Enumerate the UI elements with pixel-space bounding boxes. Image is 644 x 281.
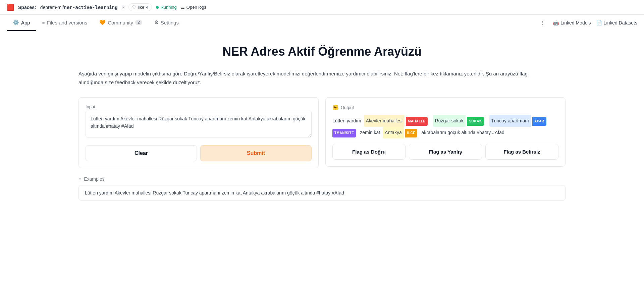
flag-belirsiz-button[interactable]: Flag as Belirsiz: [485, 144, 558, 160]
input-panel: Input Clear Submit: [78, 97, 319, 168]
org-label: deprem-ml/ner-active-learning: [40, 5, 118, 10]
nav-right: ⋮ 🤖 Linked Models 📄 Linked Datasets: [538, 19, 637, 27]
spaces-icon: 🟥: [7, 4, 14, 11]
green-dot: [156, 6, 159, 9]
status-badge: Running: [156, 5, 176, 10]
input-column: Input Clear Submit: [78, 97, 319, 168]
app-icon: ⚙️: [13, 19, 19, 25]
two-column-layout: Input Clear Submit 🤗 Output Lütfen yardı…: [78, 97, 566, 168]
submit-button[interactable]: Submit: [200, 145, 312, 161]
ner-tuncay-text: Tuncay apartmanı: [489, 115, 531, 127]
output-label: Output: [341, 105, 354, 110]
files-icon: ≡: [42, 20, 45, 25]
tab-app[interactable]: ⚙️ App: [7, 15, 36, 31]
logs-icon: ⚌: [181, 5, 185, 10]
flag-button-row: Flag as Doğru Flag as Yanlış Flag as Bel…: [332, 144, 558, 160]
open-logs-button[interactable]: ⚌ Open logs: [181, 5, 206, 10]
flag-dogru-button[interactable]: Flag as Doğru: [332, 144, 406, 160]
ner-tman-label: TMAN/SITE: [332, 129, 356, 137]
tab-community[interactable]: 🧡 Community 2: [93, 15, 148, 31]
ner-tuncay: Tuncay apartmanı APAR: [489, 115, 548, 127]
tab-files[interactable]: ≡ Files and versions: [36, 15, 93, 31]
linked-models-label: Linked Models: [560, 20, 591, 25]
output-column: 🤗 Output Lütfen yardım Akevler mahallesi…: [325, 97, 566, 168]
flag-yanlis-button[interactable]: Flag as Yanlış: [409, 144, 482, 160]
output-text: Lütfen yardım Akevler mahallesi MAHALLE …: [332, 115, 558, 138]
token-plain-2: zemin kat: [360, 130, 381, 135]
ner-antakya-label: ILCE: [405, 129, 418, 137]
ner-akevler: Akevler mahallesi MAHALLE: [364, 115, 429, 127]
nav-tabs: ⚙️ App ≡ Files and versions 🧡 Community …: [0, 15, 644, 31]
example-row[interactable]: Lütfen yardım Akevler mahallesi Rüzgar s…: [78, 185, 566, 201]
copy-icon[interactable]: ⎘: [122, 5, 124, 10]
ner-tuncay-label: APAR: [532, 117, 546, 126]
ner-ruzgar-label: SOKAK: [467, 117, 484, 126]
dots-menu[interactable]: ⋮: [538, 19, 548, 27]
linked-datasets-button[interactable]: 📄 Linked Datasets: [596, 20, 637, 25]
ner-akevler-text: Akevler mahallesi: [364, 115, 405, 127]
main-content: NER Adres Aktif Öğrenme Arayüzü Aşağıda …: [70, 31, 574, 214]
input-button-row: Clear Submit: [86, 145, 312, 161]
examples-icon: ≡: [78, 176, 81, 182]
output-panel: 🤗 Output Lütfen yardım Akevler mahallesi…: [325, 97, 566, 167]
like-count: 4: [146, 5, 148, 10]
like-label: like: [138, 5, 145, 10]
examples-label: Examples: [84, 176, 104, 182]
logs-label: Open logs: [186, 5, 206, 10]
clear-button[interactable]: Clear: [86, 145, 197, 161]
community-badge: 2: [135, 20, 142, 25]
examples-header[interactable]: ≡ Examples: [78, 176, 566, 182]
status-label: Running: [160, 5, 176, 10]
community-icon: 🧡: [99, 19, 106, 25]
tab-settings[interactable]: ⚙ Settings: [148, 15, 185, 31]
token-plain-3: akrabalarım göçük altında #hatay #Afad: [421, 130, 504, 135]
page-title: NER Adres Aktif Öğrenme Arayüzü: [78, 45, 566, 59]
input-textarea[interactable]: [86, 111, 312, 137]
description-text: Aşağıda veri girişi yapıp modelin çıktıs…: [78, 69, 548, 87]
ner-ruzgar-text: Rüzgar sokak: [433, 115, 466, 127]
linked-datasets-label: Linked Datasets: [604, 20, 637, 25]
tab-files-label: Files and versions: [47, 20, 87, 25]
token-plain-1: Lütfen yardım: [332, 118, 363, 123]
linked-models-icon: 🤖: [553, 20, 559, 25]
topbar: 🟥 Spaces: deprem-ml/ner-active-learning …: [0, 0, 644, 15]
tab-app-label: App: [21, 20, 30, 25]
linked-models-button[interactable]: 🤖 Linked Models: [553, 20, 591, 25]
examples-section: ≡ Examples Lütfen yardım Akevler mahalle…: [78, 176, 566, 201]
ner-antakya-text: Antakya: [383, 127, 404, 138]
like-button[interactable]: ♡ like 4: [128, 3, 152, 11]
ner-tman: TMAN/SITE: [332, 129, 357, 137]
linked-datasets-icon: 📄: [596, 20, 602, 25]
heart-icon: ♡: [132, 5, 136, 10]
spaces-label: Spaces:: [18, 5, 36, 10]
input-label: Input: [86, 104, 312, 109]
tab-community-label: Community: [108, 20, 133, 25]
output-icon: 🤗: [332, 104, 339, 110]
ner-ruzgar: Rüzgar sokak SOKAK: [433, 115, 485, 127]
tab-settings-label: Settings: [161, 20, 179, 25]
settings-icon: ⚙: [154, 19, 159, 25]
ner-akevler-label: MAHALLE: [406, 117, 427, 126]
ner-antakya: Antakya ILCE: [383, 127, 419, 138]
output-label-row: 🤗 Output: [332, 104, 558, 110]
